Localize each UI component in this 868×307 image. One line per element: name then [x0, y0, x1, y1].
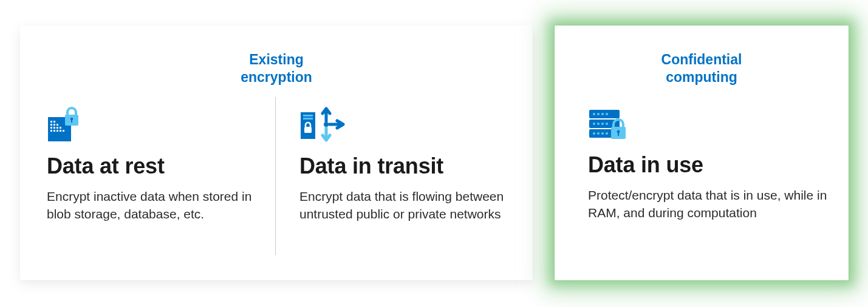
svg-point-29	[601, 113, 604, 115]
svg-rect-3	[50, 124, 52, 126]
svg-point-32	[597, 123, 600, 125]
svg-point-36	[597, 132, 600, 135]
svg-rect-9	[60, 127, 61, 129]
svg-point-34	[606, 123, 608, 125]
column-divider	[275, 97, 276, 255]
svg-rect-5	[56, 124, 58, 126]
svg-rect-10	[50, 130, 52, 132]
svg-point-33	[601, 123, 604, 125]
svg-rect-17	[71, 120, 72, 123]
svg-rect-20	[303, 118, 313, 120]
existing-encryption-card: Existing encryption	[20, 25, 533, 280]
svg-rect-41	[618, 132, 619, 136]
state-data-at-rest: Data at rest Encrypt inactive data when …	[47, 106, 259, 223]
svg-rect-12	[56, 130, 58, 132]
data-protection-states-diagram: Existing encryption	[0, 0, 868, 307]
svg-point-35	[593, 132, 595, 135]
svg-point-31	[593, 123, 595, 125]
server-arrows-icon	[299, 106, 524, 145]
state-data-in-transit: Data in transit Encrypt data that is flo…	[299, 106, 524, 223]
state-desc: Encrypt data that is flowing between unt…	[299, 187, 524, 223]
state-title: Data at rest	[47, 154, 259, 179]
svg-rect-14	[63, 130, 64, 132]
svg-rect-19	[303, 115, 313, 116]
svg-rect-8	[56, 127, 58, 129]
server-lock-icon	[588, 106, 831, 144]
state-title: Data in transit	[299, 154, 524, 179]
svg-rect-6	[50, 127, 52, 129]
state-desc: Encrypt inactive data when stored in blo…	[47, 187, 259, 223]
svg-point-23	[324, 122, 329, 127]
svg-rect-21	[304, 127, 312, 133]
svg-rect-13	[60, 130, 61, 132]
svg-point-37	[601, 132, 604, 135]
category-label-existing: Existing encryption	[20, 51, 533, 86]
state-title: Data in use	[588, 152, 831, 178]
storage-lock-icon	[47, 106, 259, 145]
state-data-in-use: Data in use Protect/encrypt data that is…	[588, 106, 831, 222]
svg-rect-11	[53, 130, 55, 132]
state-desc: Protect/encrypt data that is in use, whi…	[588, 186, 831, 222]
svg-rect-7	[53, 127, 55, 129]
svg-point-38	[606, 132, 608, 135]
svg-point-28	[597, 113, 600, 115]
svg-rect-1	[50, 121, 52, 123]
svg-point-27	[593, 113, 595, 115]
category-label-confidential: Confidential computing	[555, 51, 849, 86]
svg-rect-2	[53, 121, 55, 123]
confidential-computing-card: Confidential computing	[555, 25, 849, 280]
svg-point-30	[606, 113, 608, 115]
svg-rect-4	[53, 124, 55, 126]
